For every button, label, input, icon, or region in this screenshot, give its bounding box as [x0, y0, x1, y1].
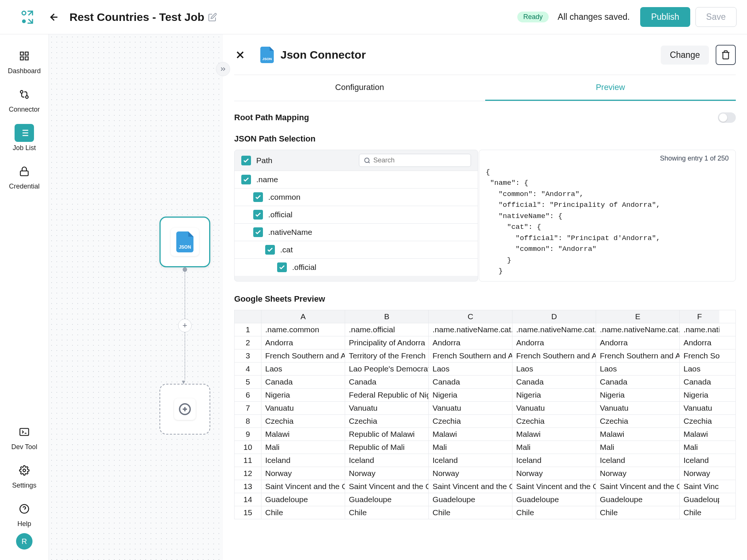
- cell[interactable]: French So: [680, 349, 719, 362]
- cell[interactable]: Iceland: [429, 454, 512, 467]
- checkbox[interactable]: [253, 210, 263, 220]
- cell[interactable]: Laos: [261, 363, 345, 375]
- sidebar-item-joblist[interactable]: Job List: [0, 119, 49, 157]
- cell[interactable]: Iceland: [680, 454, 719, 467]
- cell[interactable]: .name.nativeName.cat.: [512, 323, 596, 336]
- sidebar-item-credential[interactable]: Credential: [0, 157, 49, 196]
- cell[interactable]: Chile: [596, 506, 680, 519]
- cell[interactable]: Laos: [596, 363, 680, 375]
- cell[interactable]: Mali: [512, 441, 596, 454]
- cell[interactable]: Malawi: [429, 428, 512, 441]
- cell[interactable]: Iceland: [596, 454, 680, 467]
- cell[interactable]: Canada: [261, 376, 345, 388]
- cell[interactable]: Federal Republic of Nig: [345, 389, 429, 401]
- workflow-canvas[interactable]: JSON + ▾: [49, 34, 223, 560]
- cell[interactable]: French Southern and A: [261, 349, 345, 362]
- cell[interactable]: French Southern and A: [596, 349, 680, 362]
- checkbox[interactable]: [265, 245, 275, 255]
- cell[interactable]: Czechia: [261, 415, 345, 427]
- cell[interactable]: 12: [235, 467, 261, 480]
- tab-configuration[interactable]: Configuration: [234, 75, 485, 101]
- cell[interactable]: Canada: [596, 376, 680, 388]
- cell[interactable]: Saint Vincent and the G: [429, 480, 512, 493]
- cell[interactable]: Mali: [596, 441, 680, 454]
- cell[interactable]: Mali: [429, 441, 512, 454]
- cell[interactable]: Nigeria: [429, 389, 512, 401]
- sidebar-item-settings[interactable]: Settings: [0, 456, 49, 495]
- cell[interactable]: B: [345, 310, 429, 323]
- checkbox[interactable]: [277, 262, 287, 272]
- cell[interactable]: Vanuatu: [512, 402, 596, 414]
- cell[interactable]: Norway: [512, 467, 596, 480]
- change-button[interactable]: Change: [661, 46, 709, 65]
- tab-preview[interactable]: Preview: [485, 75, 736, 101]
- cell[interactable]: Malawi: [261, 428, 345, 441]
- cell[interactable]: 4: [235, 363, 261, 375]
- cell[interactable]: Malawi: [596, 428, 680, 441]
- cell[interactable]: Guadeloupe: [429, 493, 512, 506]
- back-arrow-icon[interactable]: [49, 12, 60, 23]
- sidebar-item-connector[interactable]: Connector: [0, 80, 49, 119]
- checkbox[interactable]: [241, 175, 251, 184]
- cell[interactable]: Nigeria: [596, 389, 680, 401]
- cell[interactable]: Mali: [680, 441, 719, 454]
- cell[interactable]: Republic of Mali: [345, 441, 429, 454]
- cell[interactable]: Nigeria: [512, 389, 596, 401]
- cell[interactable]: Chile: [680, 506, 719, 519]
- path-row[interactable]: .cat: [235, 241, 478, 258]
- sidebar-item-dashboard[interactable]: Dashboard: [0, 42, 49, 80]
- path-row[interactable]: .nativeName: [235, 223, 478, 241]
- cell[interactable]: Andorra: [512, 336, 596, 349]
- cell[interactable]: Canada: [680, 376, 719, 388]
- cell[interactable]: Lao People's Democrat: [345, 363, 429, 375]
- cell[interactable]: Czechia: [512, 415, 596, 427]
- cell[interactable]: Saint Vincent and the G: [512, 480, 596, 493]
- cell[interactable]: 5: [235, 376, 261, 388]
- cell[interactable]: Laos: [512, 363, 596, 375]
- checkbox[interactable]: [253, 227, 263, 237]
- cell[interactable]: Guadeloupe: [596, 493, 680, 506]
- cell[interactable]: Chile: [261, 506, 345, 519]
- cell[interactable]: Vanuatu: [596, 402, 680, 414]
- cell[interactable]: Czechia: [429, 415, 512, 427]
- cell[interactable]: [235, 310, 261, 323]
- cell[interactable]: Principality of Andorra: [345, 336, 429, 349]
- collapse-panel-button[interactable]: [216, 62, 230, 76]
- edit-icon[interactable]: [208, 13, 217, 22]
- cell[interactable]: French Southern and A: [429, 349, 512, 362]
- cell[interactable]: Czechia: [345, 415, 429, 427]
- cell[interactable]: 15: [235, 506, 261, 519]
- cell[interactable]: French Southern and A: [512, 349, 596, 362]
- cell[interactable]: Guadeloupe: [345, 493, 429, 506]
- cell[interactable]: 3: [235, 349, 261, 362]
- close-icon[interactable]: [234, 49, 246, 61]
- avatar[interactable]: R: [16, 533, 32, 550]
- cell[interactable]: .name.nativeName.cat.: [596, 323, 680, 336]
- cell[interactable]: Nigeria: [261, 389, 345, 401]
- cell[interactable]: .name.nativeName.cat.: [429, 323, 512, 336]
- cell[interactable]: 13: [235, 480, 261, 493]
- cell[interactable]: Norway: [261, 467, 345, 480]
- cell[interactable]: Iceland: [345, 454, 429, 467]
- checkbox[interactable]: [241, 156, 251, 165]
- cell[interactable]: Malawi: [512, 428, 596, 441]
- cell[interactable]: Norway: [429, 467, 512, 480]
- cell[interactable]: Chile: [429, 506, 512, 519]
- cell[interactable]: E: [596, 310, 680, 323]
- cell[interactable]: D: [512, 310, 596, 323]
- path-row[interactable]: .name: [235, 171, 478, 188]
- cell[interactable]: Norway: [680, 467, 719, 480]
- cell[interactable]: .name.nati: [680, 323, 719, 336]
- json-connector-node[interactable]: JSON: [159, 217, 210, 267]
- cell[interactable]: Canada: [345, 376, 429, 388]
- cell[interactable]: Vanuatu: [345, 402, 429, 414]
- cell[interactable]: Andorra: [261, 336, 345, 349]
- checkbox[interactable]: [253, 192, 263, 202]
- cell[interactable]: Norway: [596, 467, 680, 480]
- cell[interactable]: Vanuatu: [429, 402, 512, 414]
- cell[interactable]: Iceland: [512, 454, 596, 467]
- cell[interactable]: Republic of Malawi: [345, 428, 429, 441]
- search-box[interactable]: [359, 154, 471, 167]
- cell[interactable]: 8: [235, 415, 261, 427]
- cell[interactable]: 2: [235, 336, 261, 349]
